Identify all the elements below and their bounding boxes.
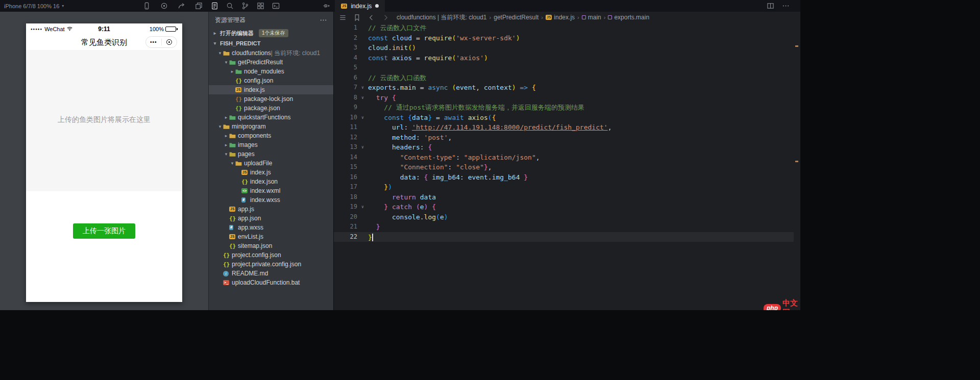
tree-file-project.private.config.json[interactable]: {}project.private.config.json <box>209 260 333 269</box>
breadcrumb-item-main[interactable]: main <box>582 14 601 21</box>
code-line-5[interactable]: 5 <box>334 63 794 73</box>
tab-index-js[interactable]: JS index.js <box>335 0 385 12</box>
search-icon[interactable] <box>226 2 234 10</box>
tree-file-uploadCloudFunction.bat[interactable]: >_uploadCloudFunction.bat <box>209 278 333 287</box>
code-line-22[interactable]: 22} <box>334 232 794 242</box>
tree-file-project.config.json[interactable]: {}project.config.json <box>209 250 333 260</box>
fold-chevron-icon[interactable]: ∨ <box>357 202 368 212</box>
fold-spacer <box>357 43 368 53</box>
tree-folder-getPredictResult[interactable]: ▾getPredictResult <box>209 58 333 67</box>
chevron-down-icon[interactable]: ▾ <box>223 60 229 65</box>
code-area[interactable]: 1// 云函数入口文件2const cloud = require('wx-se… <box>334 23 794 310</box>
ellipsis-icon[interactable] <box>782 2 790 10</box>
code-line-2[interactable]: 2const cloud = require('wx-server-sdk') <box>334 33 794 43</box>
code-line-7[interactable]: 7∨exports.main = async (event, context) … <box>334 83 794 93</box>
forward-icon[interactable] <box>382 14 389 21</box>
tree-file-config.json[interactable]: {}config.json <box>209 76 333 85</box>
fold-chevron-icon[interactable]: ∨ <box>357 142 368 153</box>
tree-file-app.json[interactable]: {}app.json <box>209 214 333 223</box>
back-icon[interactable] <box>368 14 375 21</box>
file-label: miniprogram <box>232 123 266 130</box>
breadcrumb-item-index.js[interactable]: JSindex.js <box>546 14 575 21</box>
tree-file-app.wxss[interactable]: #app.wxss <box>209 223 333 232</box>
code-line-3[interactable]: 3cloud.init() <box>334 43 794 53</box>
code-line-12[interactable]: 12 method: 'post', <box>334 133 794 143</box>
compile-icon[interactable] <box>211 2 218 10</box>
git-icon[interactable] <box>241 2 249 10</box>
code-line-11[interactable]: 11 url: 'http://47.114.191.148:8000/pred… <box>334 122 794 133</box>
code-text: const {data} = await axios({ <box>368 113 496 123</box>
tree-file-index.js[interactable]: JSindex.js <box>209 168 333 177</box>
tree-file-index.js[interactable]: JSindex.js <box>209 85 333 94</box>
bookmark-icon[interactable] <box>353 14 361 21</box>
tree-folder-node_modules[interactable]: ▸node_modules <box>209 67 333 76</box>
fold-chevron-icon[interactable]: ∨ <box>357 93 368 103</box>
explorer-title: 资源管理器 <box>215 16 246 24</box>
capsule-menu[interactable]: ••• <box>145 36 177 48</box>
code-line-15[interactable]: 15 "Connection": "close"}, <box>334 162 794 172</box>
upload-image-button[interactable]: 上传一张图片 <box>73 223 135 239</box>
tree-file-app.js[interactable]: JSapp.js <box>209 205 333 214</box>
code-line-10[interactable]: 10∨ const {data} = await axios({ <box>334 113 794 123</box>
explorer-more-icon[interactable] <box>320 16 327 24</box>
tree-file-envList.js[interactable]: JSenvList.js <box>209 232 333 241</box>
code-line-13[interactable]: 13∨ headers: { <box>334 142 794 153</box>
tree-file-package-lock.json[interactable]: {}package-lock.json <box>209 94 333 104</box>
overview-ruler[interactable] <box>794 23 800 310</box>
tree-folder-pages[interactable]: ▾pages <box>209 149 333 159</box>
code-line-20[interactable]: 20 console.log(e) <box>334 212 794 222</box>
breadcrumb-item-getPredictResult[interactable]: getPredictResult <box>494 14 538 21</box>
breadcrumb-item-exports.main[interactable]: exports.main <box>608 14 649 21</box>
split-icon[interactable] <box>767 2 774 10</box>
device-selector[interactable]: iPhone 6/7/8 100% 16 ▾ <box>4 0 64 12</box>
breadcrumb-item-cloudfunctions-cloud1[interactable]: cloudfunctions | 当前环境: cloud1 <box>397 13 487 22</box>
chevron-right-icon[interactable]: ▸ <box>229 69 235 74</box>
code-line-8[interactable]: 8∨ try { <box>334 93 794 103</box>
code-line-18[interactable]: 18 return data <box>334 192 794 202</box>
chevron-down-icon[interactable]: ▾ <box>229 161 235 166</box>
tree-folder-quickstartFunctions[interactable]: ▸quickstartFunctions <box>209 113 333 122</box>
exit-circle-icon[interactable] <box>162 39 177 45</box>
code-line-21[interactable]: 21 } <box>334 222 794 232</box>
tree-file-package.json[interactable]: {}package.json <box>209 104 333 113</box>
chevron-right-icon[interactable]: ▸ <box>223 133 229 138</box>
fold-chevron-icon[interactable]: ∨ <box>357 113 368 123</box>
tree-file-README.md[interactable]: iREADME.md <box>209 269 333 278</box>
tree-file-sitemap.json[interactable]: {}sitemap.json <box>209 241 333 250</box>
phone-icon[interactable] <box>143 2 151 10</box>
project-root[interactable]: ▾ FISH_PREDICT <box>209 39 333 48</box>
chevron-right-icon[interactable]: ▸ <box>223 115 229 120</box>
chevron-down-icon[interactable]: ▾ <box>223 151 229 157</box>
windows-icon[interactable] <box>195 2 203 10</box>
unsaved-dot-icon[interactable] <box>375 4 379 8</box>
tree-file-index.wxss[interactable]: #index.wxss <box>209 195 333 205</box>
tree-folder-uploadFile[interactable]: ▾uploadFile <box>209 159 333 168</box>
list-icon[interactable] <box>339 14 347 21</box>
code-line-9[interactable]: 9 // 通过post请求将图片数据发给服务端，并返回服务端的预测结果 <box>334 103 794 113</box>
chevron-down-icon[interactable]: ▾ <box>217 124 223 129</box>
code-line-19[interactable]: 19∨ } catch (e) { <box>334 202 794 212</box>
fold-spacer <box>357 23 368 33</box>
terminal-icon[interactable] <box>272 2 280 10</box>
tree-folder-components[interactable]: ▸components <box>209 131 333 140</box>
fold-chevron-icon[interactable]: ∨ <box>357 83 368 93</box>
chevron-right-icon[interactable]: ▸ <box>223 142 229 147</box>
code-line-4[interactable]: 4const axios = require('axios') <box>334 53 794 63</box>
code-line-14[interactable]: 14 "Content-type": "application/json", <box>334 153 794 163</box>
code-line-16[interactable]: 16 data: { img_b64: event.img_b64 } <box>334 172 794 183</box>
tree-folder-miniprogram[interactable]: ▾miniprogram <box>209 122 333 131</box>
plug-icon[interactable] <box>323 2 330 10</box>
tree-folder-images[interactable]: ▸images <box>209 140 333 149</box>
code-line-1[interactable]: 1// 云函数入口文件 <box>334 23 794 33</box>
share-icon[interactable] <box>178 2 185 10</box>
record-icon[interactable] <box>160 2 168 10</box>
code-line-17[interactable]: 17 }) <box>334 182 794 192</box>
code-line-6[interactable]: 6// 云函数入口函数 <box>334 73 794 83</box>
more-menu-icon[interactable]: ••• <box>146 37 161 47</box>
open-editors-section[interactable]: ▸ 打开的编辑器 1个未保存 <box>209 28 333 39</box>
tree-file-index.json[interactable]: {}index.json <box>209 177 333 186</box>
tree-folder-cloudfunctions[interactable]: ▾cloudfunctions | 当前环境: cloud1 <box>209 48 333 58</box>
grid-icon[interactable] <box>257 2 264 10</box>
chevron-down-icon[interactable]: ▾ <box>217 50 223 56</box>
tree-file-index.wxml[interactable]: <>index.wxml <box>209 186 333 195</box>
